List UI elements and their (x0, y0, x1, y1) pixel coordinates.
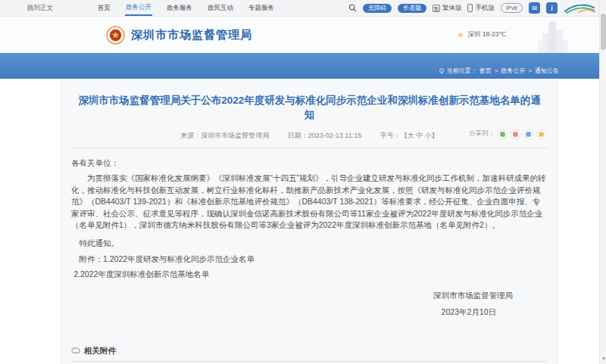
weibo-share-icon[interactable] (511, 129, 520, 139)
signature-date: 2023年2月10日 (71, 306, 548, 319)
attachment-folder-icon (71, 347, 80, 355)
accessibility-button[interactable]: 无障碍 (363, 4, 392, 13)
nav-item-home[interactable]: 首页 (97, 1, 111, 15)
fontsize-large-button[interactable]: 大 (408, 132, 414, 139)
info-app-icon[interactable]: i (546, 2, 558, 14)
top-utility-bar: 跳到正文 首页 政务公开 政务服务 政民互动 专题服务 无障碍 长者版 繁 繁体… (0, 0, 606, 17)
article-card: 深圳市市场监督管理局关于公布2022年度研发与标准化同步示范企业和深圳标准创新示… (61, 79, 558, 364)
share-label: 分享到： (469, 129, 495, 138)
nav-item-gov-disclosure[interactable]: 政务公开 (125, 0, 152, 16)
notice-line: 特此通知。 (71, 238, 548, 250)
attachments-title: 相关附件 (84, 346, 116, 356)
weather-widget: ☀ 深圳 18-23℃ (457, 30, 506, 39)
traditional-chinese-icon: 繁 (433, 5, 440, 12)
attachment-list-line-1: 附件：1.2022年度研发与标准化同步示范企业名单 (71, 254, 548, 266)
mobile-phone-icon (467, 4, 473, 12)
fontsize-medium-button[interactable]: 中 (416, 132, 423, 139)
nav-item-gov-services[interactable]: 政务服务 (166, 1, 193, 15)
qq-share-icon[interactable] (523, 129, 533, 139)
article-meta: 来源：深圳市市场监督管理局 日期：2023-02-13 11:15 字号：【大 … (71, 131, 548, 148)
more-share-icon[interactable] (536, 129, 546, 139)
fontsize-suffix: 】 (432, 132, 439, 139)
main-paragraph: 为贯彻落实《国家标准化发展纲要》《深圳标准发展“十四五”规划》，引导企业建立研发… (71, 173, 548, 232)
ipv6-badge[interactable]: IPv6 (501, 3, 523, 13)
topbar-tools: 无障碍 长者版 繁 繁体版 手机版 IPv6 ✉ i (348, 2, 595, 14)
agency-emblem-icon (106, 26, 125, 45)
blue-banner: 当前位置： 首页 > 政务公开 > 通知公告 (0, 53, 606, 79)
sun-weather-icon: ☀ (457, 31, 464, 39)
mailbox-app-icon[interactable]: ✉ (529, 2, 540, 14)
traditional-chinese-link[interactable]: 繁 繁体版 (433, 4, 462, 13)
page-scrollbar[interactable]: ▼ (599, 0, 606, 364)
breadcrumb-separator: > (495, 67, 498, 74)
meta-fontsize: 字号：【大 中 小】 (380, 132, 439, 139)
primary-nav: 首页 政务公开 政务服务 政民互动 专题服务 (97, 0, 275, 16)
scrollbar-thumb[interactable] (601, 14, 606, 50)
building-silhouette (535, 21, 570, 53)
salutation: 各有关单位： (71, 157, 548, 170)
mobile-version-link[interactable]: 手机版 (467, 4, 495, 13)
breadcrumb-separator: > (528, 67, 532, 74)
site-masthead: 深圳市市场监督管理局 ☀ 深圳 18-23℃ (0, 17, 606, 53)
mobile-version-label: 手机版 (475, 4, 495, 13)
signature-agency: 深圳市市场监督管理局 (71, 290, 548, 302)
related-attachments: 相关附件 附件1.2022年度研发与标准化同步示范企业名单.doc 附件2.20… (71, 346, 548, 364)
meta-source: 来源：深圳市市场监督管理局 (180, 132, 269, 139)
site-name: 深圳市市场监督管理局 (131, 28, 252, 42)
share-bar: 分享到： (469, 129, 546, 139)
fontsize-small-button[interactable]: 小 (425, 132, 432, 139)
signature-block: 深圳市市场监督管理局 2023年2月10日 (71, 290, 548, 319)
city-brand-logo (564, 2, 595, 14)
breadcrumb: 当前位置： 首页 > 政务公开 > 通知公告 (439, 67, 559, 75)
attachments-divider (71, 361, 548, 362)
search-icon[interactable] (348, 4, 357, 12)
breadcrumb-current[interactable]: 通知公告 (535, 67, 559, 75)
scrollbar-down-arrow[interactable]: ▼ (601, 356, 606, 361)
nav-item-public-interaction[interactable]: 政民互动 (207, 1, 234, 15)
site-brand[interactable]: 深圳市市场监督管理局 (106, 26, 252, 45)
traditional-chinese-label: 繁体版 (442, 4, 462, 13)
article-title: 深圳市市场监督管理局关于公布2022年度研发与标准化同步示范企业和深圳标准创新示… (71, 79, 548, 123)
skip-to-content-link[interactable]: 跳到正文 (27, 4, 53, 13)
article-body: 各有关单位： 为贯彻落实《国家标准化发展纲要》《深圳标准发展“十四五”规划》，引… (71, 148, 548, 319)
attachment-list-line-2: 2.2022年度深圳标准创新示范基地名单 (71, 269, 548, 281)
wechat-share-icon[interactable] (498, 129, 508, 139)
nav-item-special-services[interactable]: 专题服务 (248, 1, 275, 15)
breadcrumb-section[interactable]: 政务公开 (501, 67, 525, 75)
senior-version-button[interactable]: 长者版 (398, 4, 426, 13)
breadcrumb-home[interactable]: 首页 (479, 67, 492, 75)
meta-date: 日期：2023-02-13 11:15 (288, 132, 361, 139)
weather-text: 深圳 18-23℃ (467, 30, 506, 39)
fontsize-prefix: 字号：【 (380, 132, 408, 139)
attachments-header: 相关附件 (71, 346, 548, 356)
location-pin-icon (439, 68, 445, 74)
breadcrumb-label: 当前位置： (447, 67, 477, 75)
